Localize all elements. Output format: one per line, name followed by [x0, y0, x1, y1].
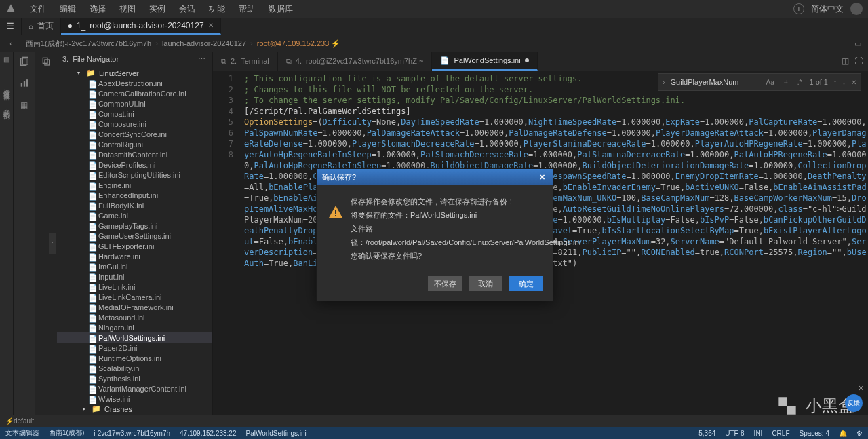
left-tab-explorer[interactable]: 资源管理器	[2, 83, 12, 90]
tree-item[interactable]: ▸📁Crashes	[57, 404, 212, 414]
back-icon[interactable]: ‹	[0, 39, 22, 47]
layout-icon[interactable]: ▭	[853, 39, 863, 48]
status-ip: 47.109.152.233:22	[180, 430, 236, 437]
tree-item[interactable]: 📄DeviceProfiles.ini	[57, 159, 212, 170]
status-lang[interactable]: INI	[754, 430, 763, 437]
tree-item[interactable]: 📄ImGui.ini	[57, 261, 212, 271]
ok-button[interactable]: 确定	[509, 276, 543, 291]
tree-item[interactable]: 📄Wwise.ini	[57, 394, 212, 404]
tree-item[interactable]: 📄CommonUI.ini	[57, 98, 212, 109]
feedback-button[interactable]: 反馈	[845, 394, 863, 412]
menu-select[interactable]: 选择	[84, 2, 111, 16]
language-selector[interactable]: 简体中文	[811, 3, 844, 15]
menu-database[interactable]: 数据库	[263, 2, 298, 16]
tree-item[interactable]: 📄RuntimeOptions.ini	[57, 353, 212, 363]
breadcrumb-item[interactable]: root@47.109.152.233 ⚡	[253, 39, 345, 48]
home-icon: ⌂	[28, 22, 33, 31]
svg-rect-6	[45, 60, 50, 65]
bottom-tab-label[interactable]: default	[14, 417, 34, 425]
tab-ssh[interactable]: ⧉ 4. root@iZ2vc17w3twrc7bt16ym7hZ:~	[278, 52, 433, 71]
next-match-icon[interactable]: ↓	[842, 79, 846, 86]
tab-label: root@iZ2vc17w3twrc7bt16ym7hZ:~	[306, 57, 424, 65]
tree-item[interactable]: 📄ControlRig.ini	[57, 139, 212, 149]
whole-word-icon[interactable]: ⌗	[782, 77, 790, 87]
collapse-handle-icon[interactable]: ‹	[49, 233, 56, 254]
close-search-icon[interactable]: ✕	[851, 79, 856, 86]
tree-item[interactable]: 📄Synthesis.ini	[57, 373, 212, 383]
tree-item[interactable]: 📄FullBodyIK.ini	[57, 200, 212, 210]
cancel-button[interactable]: 取消	[469, 276, 502, 291]
prev-match-icon[interactable]: ↑	[833, 79, 837, 86]
add-icon[interactable]: +	[793, 3, 804, 14]
breadcrumb-item[interactable]: launch-advisor-20240127	[158, 39, 250, 47]
maximize-icon[interactable]: ⛶	[854, 56, 863, 66]
tree-item[interactable]: 📄ApexDestruction.ini	[57, 78, 212, 88]
status-indent[interactable]: Spaces: 4	[800, 430, 829, 437]
regex-icon[interactable]: .*	[795, 78, 804, 87]
file-tree[interactable]: ▾📁LinuxServer📄ApexDestruction.ini📄Camera…	[57, 66, 212, 415]
menu-file[interactable]: 文件	[24, 2, 52, 16]
grid-icon[interactable]: ▦	[18, 99, 31, 111]
tree-item[interactable]: 📄LiveLink.ini	[57, 282, 212, 292]
toggle-sidebar-icon[interactable]: ☰	[0, 18, 22, 35]
menu-edit[interactable]: 编辑	[54, 2, 81, 16]
tree-item[interactable]: 📄Hardware.ini	[57, 251, 212, 261]
close-icon[interactable]: ✕	[208, 22, 214, 29]
tree-item[interactable]: 📄PalWorldSettings.ini	[57, 332, 212, 343]
breadcrumb-item[interactable]: 西南1(成都)-i-2vc17w3twrc7bt16ym7h	[22, 39, 155, 49]
tree-item[interactable]: 📄Scalability.ini	[57, 363, 212, 373]
dont-save-button[interactable]: 不保存	[428, 276, 462, 291]
menu-view[interactable]: 视图	[114, 2, 141, 16]
bell-icon[interactable]: 🔔	[839, 430, 847, 437]
files-icon[interactable]	[18, 56, 31, 68]
tree-item[interactable]: 📄GLTFExporter.ini	[57, 241, 212, 251]
tree-item[interactable]: 📄Compat.ini	[57, 109, 212, 119]
tab-file-active[interactable]: 📄 PalWorldSettings.ini	[432, 52, 537, 71]
tree-item[interactable]: 📄MediaIOFramework.ini	[57, 302, 212, 312]
tree-item[interactable]: 📄DatasmithContent.ini	[57, 149, 212, 159]
lightning-icon[interactable]: ⚡	[5, 417, 14, 425]
menu-function[interactable]: 功能	[203, 2, 231, 16]
status-position[interactable]: 5,364	[698, 430, 715, 437]
search-input[interactable]	[671, 78, 759, 86]
menu-session[interactable]: 会话	[174, 2, 201, 16]
match-case-icon[interactable]: Aa	[764, 78, 776, 87]
tree-item[interactable]: 📄Metasound.ini	[57, 312, 212, 322]
tab-home[interactable]: ⌂ 首页	[22, 18, 61, 35]
tree-item[interactable]: 📄EnhancedInput.ini	[57, 190, 212, 200]
status-encoding[interactable]: UTF-8	[725, 430, 744, 437]
chevron-right-icon[interactable]: ›	[663, 78, 665, 86]
tree-item[interactable]: 📄ConcertSyncCore.ini	[57, 129, 212, 139]
tree-item[interactable]: 📄Paper2D.ini	[57, 343, 212, 353]
tree-item[interactable]: 📄Niagara.ini	[57, 322, 212, 332]
svg-rect-3	[23, 81, 24, 87]
tree-item[interactable]: 📄GameUserSettings.ini	[57, 231, 212, 241]
menu-help[interactable]: 帮助	[233, 2, 260, 16]
more-icon[interactable]: ⋯	[198, 55, 207, 64]
tab-terminal[interactable]: ⧉ 2. Terminal	[213, 52, 278, 71]
menu-instance[interactable]: 实例	[144, 2, 171, 16]
explorer-tab-icon[interactable]: ▤	[3, 56, 9, 63]
tab-session-active[interactable]: ● 1_root@launch-advisor-20240127 ✕	[61, 18, 221, 35]
tree-item[interactable]: ▸📁ImGui	[57, 414, 212, 415]
split-icon[interactable]: ◫	[842, 56, 849, 66]
tree-item[interactable]: 📄EditorScriptingUtilities.ini	[57, 170, 212, 180]
tree-item[interactable]: ▾📁LinuxServer	[57, 68, 212, 78]
search-count: 1 of 1	[809, 78, 828, 86]
user-avatar-icon[interactable]	[850, 3, 863, 15]
tree-item[interactable]: 📄LiveLinkCamera.ini	[57, 292, 212, 302]
left-tab-instances[interactable]: 我的实例	[2, 104, 12, 109]
tree-item[interactable]: 📄Composure.ini	[57, 119, 212, 129]
tree-item[interactable]: 📄CameraCalibrationCore.ini	[57, 88, 212, 98]
settings-icon[interactable]: ⚙	[856, 430, 863, 437]
copy-icon[interactable]	[41, 56, 52, 69]
tree-item[interactable]: 📄Engine.ini	[57, 180, 212, 190]
status-eol[interactable]: CRLF	[772, 430, 789, 437]
chart-icon[interactable]	[18, 77, 31, 90]
dialog-close-icon[interactable]: ✕	[536, 172, 547, 183]
tree-item[interactable]: 📄GameplayTags.ini	[57, 221, 212, 231]
tree-item[interactable]: 📄VariantManagerContent.ini	[57, 383, 212, 394]
tree-item[interactable]: 📄Input.ini	[57, 271, 212, 282]
tree-item[interactable]: 📄Game.ini	[57, 210, 212, 221]
feedback-close-icon[interactable]: ✕	[858, 384, 864, 393]
